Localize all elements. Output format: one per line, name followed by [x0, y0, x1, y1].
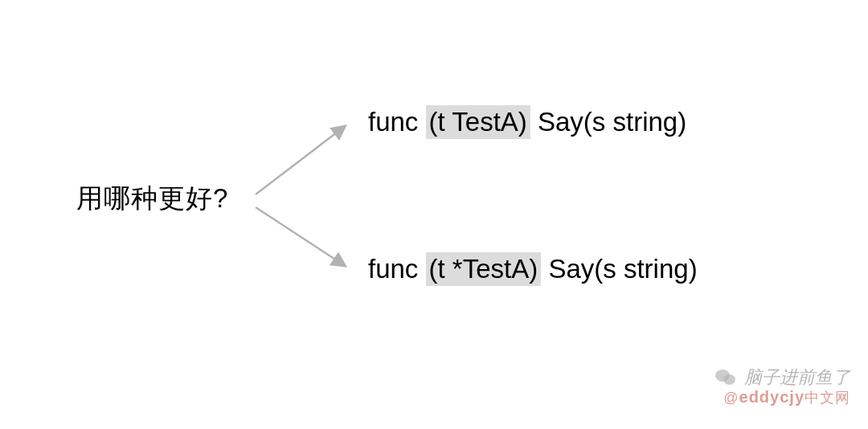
watermark-brand-text: 脑子进前鱼了: [744, 366, 850, 390]
option-2-highlight: (t *TestA): [426, 252, 542, 286]
diagram-container: 用哪种更好? func (t TestA) Say(s string) func…: [0, 0, 868, 429]
option-2-code: func (t *TestA) Say(s string): [368, 252, 698, 286]
option-2-prefix: func: [368, 254, 426, 284]
option-1-suffix: Say(s string): [530, 107, 686, 137]
question-text: 用哪种更好?: [76, 181, 228, 217]
arrow-to-option-1: [256, 119, 352, 195]
option-1-code: func (t TestA) Say(s string): [368, 105, 686, 139]
watermark-at: @: [723, 390, 739, 406]
svg-line-3: [256, 207, 344, 265]
watermark-author: @eddycjy中文网: [723, 388, 850, 407]
arrow-to-option-2: [256, 207, 352, 276]
watermark-site: 中文网: [805, 390, 850, 406]
watermark-brand: 脑子进前鱼了: [715, 366, 850, 390]
wechat-icon: [715, 368, 738, 387]
option-1-prefix: func: [368, 107, 426, 137]
option-1-highlight: (t TestA): [426, 105, 530, 139]
svg-line-1: [256, 127, 344, 194]
option-2-suffix: Say(s string): [541, 254, 697, 284]
watermark-handle: eddycjy: [739, 388, 805, 406]
